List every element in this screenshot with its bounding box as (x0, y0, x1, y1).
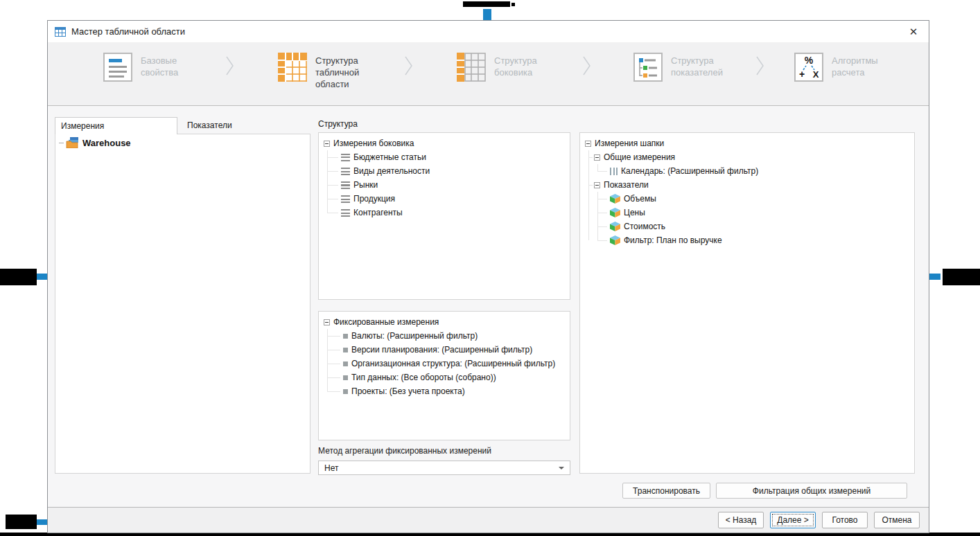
aggregation-method-value: Нет (324, 463, 338, 473)
filter-common-dimensions-button[interactable]: Фильтрация общих измерений (716, 483, 907, 499)
tree-node-label: Измерения шапки (595, 139, 664, 148)
step-basic-properties[interactable]: Базовые свойства (103, 53, 200, 82)
tree-item-warehouse[interactable]: Warehouse (55, 134, 310, 151)
fixed-dimension-icon (343, 389, 348, 394)
annotation-square-top (511, 3, 515, 6)
cube-icon (610, 222, 620, 231)
chevron-separator-icon (583, 55, 591, 76)
tree-item-label: Версии планирования: (Расширенный фильтр… (351, 345, 532, 355)
step-label: Структура показателей (671, 53, 730, 78)
header-dimensions-panel: Измерения шапки Общие измерения Календар… (579, 132, 915, 474)
annotation-bar-bottom-left (6, 515, 37, 529)
structure-label: Структура (318, 119, 358, 129)
formula-icon: % + X (794, 53, 823, 82)
back-button[interactable]: < Назад (718, 512, 764, 528)
document-icon (103, 53, 132, 82)
tree-item[interactable]: Цены (580, 206, 914, 220)
tree-item-label: Цены (624, 208, 645, 217)
tree-item[interactable]: Тип данных: (Все обороты (собрано)) (319, 370, 570, 384)
tree-item-label: Бюджетные статьи (353, 152, 426, 162)
tab-indicators[interactable]: Показатели (177, 117, 300, 134)
tree-item[interactable]: Виды деятельности (319, 164, 570, 178)
wizard-dialog: Мастер табличной области ✕ Базовые свойс… (47, 20, 929, 533)
tree-item-label: Рынки (353, 180, 378, 190)
title-bar: Мастер табличной области ✕ (48, 21, 929, 42)
finish-button[interactable]: Готово (822, 512, 868, 528)
cube-icon (610, 208, 620, 217)
collapse-minus-icon[interactable] (585, 141, 591, 147)
tree-item-calendar[interactable]: Календарь: (Расширенный фильтр) (580, 164, 914, 178)
tree-item[interactable]: Бюджетные статьи (319, 150, 570, 164)
dimensions-source-panel: Warehouse (55, 134, 310, 474)
tree-item[interactable]: Фильтр: План по выручке (580, 233, 914, 247)
tree-node-label: Фиксированные измерения (333, 317, 439, 327)
tree-item[interactable]: Контрагенты (319, 206, 570, 220)
tree-node-label: Измерения боковика (333, 139, 414, 148)
fixed-dimension-icon (343, 334, 348, 339)
tree-item-label: Продукция (353, 194, 395, 204)
tree-item[interactable]: Стоимость (580, 220, 914, 233)
common-dimensions-children: Календарь: (Расширенный фильтр) (580, 164, 914, 178)
tree-item-label: Календарь: (Расширенный фильтр) (621, 166, 758, 176)
next-button[interactable]: Далее > (770, 512, 816, 528)
annotation-handle-bottom-left[interactable] (37, 519, 47, 525)
dimension-list-icon (341, 209, 350, 217)
step-indicators-structure[interactable]: Структура показателей (633, 53, 730, 82)
tree-node-indicators[interactable]: Показатели (580, 178, 914, 192)
tree-node-fixed-dimensions[interactable]: Фиксированные измерения (319, 315, 570, 329)
window-title: Мастер табличной области (71, 26, 185, 37)
tree-item-label: Проекты: (Без учета проекта) (351, 386, 465, 396)
step-table-structure[interactable]: Структура табличной области (278, 53, 375, 90)
step-label: Структура табличной области (315, 53, 375, 90)
tab-dimensions[interactable]: Измерения (55, 117, 177, 134)
collapse-minus-icon[interactable] (324, 319, 330, 325)
tree-node-label: Показатели (604, 180, 649, 190)
step-label: Структура боковика (494, 53, 554, 78)
table-icon (55, 27, 66, 37)
step-calculation-algorithms[interactable]: % + X Алгоритмы расчета (794, 53, 891, 82)
aggregation-method-select[interactable]: Нет (318, 461, 570, 475)
cancel-button[interactable]: Отмена (874, 512, 920, 528)
collapse-minus-icon[interactable] (594, 154, 600, 161)
tree-item[interactable]: Версии планирования: (Расширенный фильтр… (319, 343, 570, 357)
tree-item[interactable]: Объемы (580, 192, 914, 206)
side-dimensions-children: Бюджетные статьи Виды деятельности Рынки… (319, 150, 570, 220)
dialog-footer: < Назад Далее > Готово Отмена (48, 507, 929, 533)
table-column-icon (457, 53, 486, 82)
collapse-minus-icon[interactable] (594, 182, 600, 188)
tree-node-common-dimensions[interactable]: Общие измерения (580, 150, 914, 164)
warehouse-icon (66, 137, 79, 148)
fixed-dimension-icon (343, 375, 348, 380)
annotation-handle-left[interactable] (37, 274, 47, 280)
side-dimensions-box: Измерения боковика Бюджетные статьи Виды… (318, 132, 570, 300)
step-label: Алгоритмы расчета (832, 53, 891, 78)
svg-text:X: X (813, 69, 819, 80)
tree-item[interactable]: Организационная структура: (Расширенный … (319, 357, 570, 370)
tree-item-label: Warehouse (82, 138, 131, 148)
tree-item[interactable]: Валюты: (Расширенный фильтр) (319, 329, 570, 343)
transpose-button[interactable]: Транспонировать (622, 483, 710, 499)
annotation-bar-left (0, 269, 37, 285)
fixed-dimension-icon (343, 348, 348, 352)
step-label: Базовые свойства (141, 53, 200, 78)
tree-item[interactable]: Проекты: (Без учета проекта) (319, 384, 570, 398)
tree-item[interactable]: Продукция (319, 192, 570, 206)
close-icon[interactable]: ✕ (905, 26, 922, 38)
dimension-list-icon (341, 168, 350, 175)
fixed-dimensions-box: Фиксированные измерения Валюты: (Расшире… (318, 311, 570, 440)
chevron-separator-icon (405, 55, 413, 76)
tree-item-label: Фильтр: План по выручке (624, 235, 722, 245)
tree-item[interactable]: Рынки (319, 178, 570, 192)
annotation-handle-right[interactable] (929, 274, 940, 280)
calendar-dimension-icon (610, 168, 618, 175)
step-sidebar-structure[interactable]: Структура боковика (457, 53, 554, 82)
cube-icon (610, 235, 620, 245)
dimension-list-icon (341, 181, 350, 189)
tree-item-label: Объемы (624, 194, 656, 204)
table-header-column-icon (278, 53, 307, 82)
tree-node-side-dimensions[interactable]: Измерения боковика (319, 136, 570, 150)
collapse-minus-icon[interactable] (324, 141, 330, 147)
indicators-tree-icon (633, 53, 663, 82)
collapse-dash-icon[interactable] (59, 143, 64, 143)
tree-node-header-dimensions[interactable]: Измерения шапки (580, 136, 914, 150)
